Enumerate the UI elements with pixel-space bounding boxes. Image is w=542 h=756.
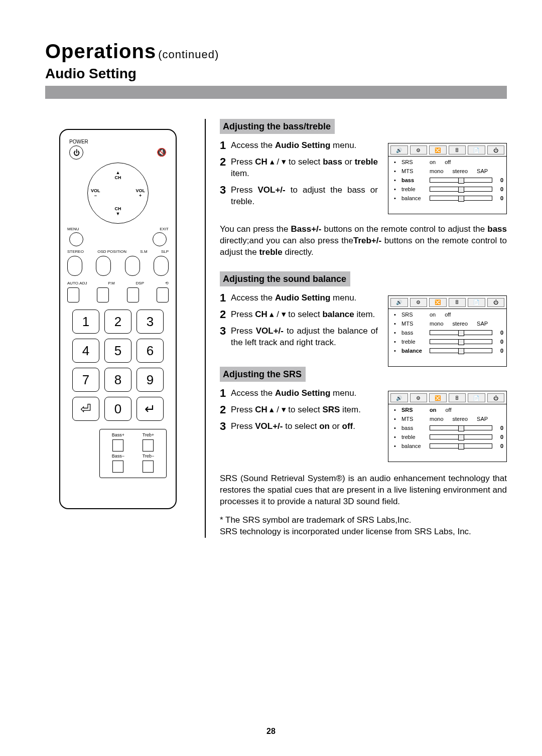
trademark-note: * The SRS symbol are trademark of SRS La…: [220, 515, 507, 538]
key-3[interactable]: 3: [137, 310, 164, 334]
loop-button[interactable]: [157, 287, 169, 303]
autoadj-button[interactable]: [67, 287, 79, 303]
dpad[interactable]: ▲CH CH▼ VOL− VOL+: [87, 163, 149, 224]
power-label: POWER: [69, 139, 171, 144]
instruction-step: 2Press CH ▴ / ▾ to select SRS item.: [220, 404, 378, 416]
key-enter[interactable]: ↵: [137, 397, 164, 421]
key-6[interactable]: 6: [137, 339, 164, 363]
vol-plus[interactable]: VOL+: [136, 188, 145, 198]
instruction-step: 1Access the Audio Setting menu.: [220, 388, 378, 399]
bass-minus[interactable]: [112, 461, 123, 473]
osd-panel: 🔊⚙🔀🎚📄⏻•SRSonoff•MTSmonostereoSAP•bass0•t…: [388, 143, 507, 214]
dsp-button[interactable]: [127, 287, 139, 303]
key-5[interactable]: 5: [104, 339, 131, 363]
page-title: Operations(continued): [45, 40, 507, 63]
osd-position-button[interactable]: [96, 256, 111, 276]
instruction-step: 2Press CH ▴ / ▾ to select bass or treble…: [220, 157, 378, 180]
instruction-step: 2Press CH ▴ / ▾ to select balance item.: [220, 309, 378, 321]
section-footer: SRS (Sound Retrieval System®) is an audi…: [220, 473, 507, 508]
bass-plus[interactable]: [112, 439, 123, 451]
menu-button[interactable]: [69, 232, 83, 246]
treb-minus[interactable]: [143, 461, 154, 473]
row2-labels: AUTO.ADJP.MDSP⟲: [67, 281, 169, 285]
key-8[interactable]: 8: [104, 368, 131, 392]
section-heading: Adjusting the sound balance: [220, 271, 350, 286]
osd-panel: 🔊⚙🔀🎚📄⏻•SRSonoff•MTSmonostereoSAP•bass0•t…: [388, 391, 507, 462]
content-column: Adjusting the bass/treble1Access the Aud…: [220, 119, 507, 538]
instruction-step: 3Press VOL+/- to adjust the bass or treb…: [220, 185, 378, 208]
key-9[interactable]: 9: [137, 368, 164, 392]
stereo-button[interactable]: [67, 256, 82, 276]
key-7[interactable]: 7: [72, 368, 99, 392]
instruction-step: 1Access the Audio Setting menu.: [220, 140, 378, 152]
instruction-step: 3Press VOL+/- to select on or off.: [220, 421, 378, 432]
treb-plus[interactable]: [143, 439, 154, 451]
osd-panel: 🔊⚙🔀🎚📄⏻•SRSonoff•MTSmonostereoSAP•bass0•t…: [388, 295, 507, 367]
mute-icon[interactable]: 🔇: [157, 147, 167, 157]
key-2[interactable]: 2: [104, 310, 131, 334]
remote-column: POWER ⏻ 🔇 ▲CH CH▼ VOL− VOL+ MENUEXIT STE…: [45, 119, 191, 538]
page-number: 28: [266, 727, 276, 736]
header-bar: [45, 86, 507, 99]
section-heading: Adjusting the SRS: [220, 367, 306, 382]
key-return[interactable]: ⏎: [72, 397, 99, 421]
sm-button[interactable]: [125, 256, 140, 276]
instruction-step: 3Press VOL+/- to adjust the balance of t…: [220, 326, 378, 349]
remote-control: POWER ⏻ 🔇 ▲CH CH▼ VOL− VOL+ MENUEXIT STE…: [59, 129, 177, 509]
vol-minus[interactable]: VOL−: [91, 188, 100, 198]
keypad: 1 2 3 4 5 6 7 8 9 ⏎ 0 ↵: [72, 310, 164, 421]
column-divider: [205, 119, 206, 538]
instruction-step: 1Access the Audio Setting menu.: [220, 292, 378, 304]
slp-button[interactable]: [154, 256, 169, 276]
key-0[interactable]: 0: [104, 397, 131, 421]
key-1[interactable]: 1: [72, 310, 99, 334]
section-heading: Adjusting the bass/treble: [220, 119, 335, 134]
tone-buttons: Bass+Treb+ Bass−Treb−: [99, 429, 167, 478]
pm-button[interactable]: [97, 287, 109, 303]
section-note: You can press the Bass+/- buttons on the…: [220, 224, 507, 258]
row1-labels: STEREOOSD POSITIONS.MSLP: [67, 249, 169, 254]
power-button[interactable]: ⏻: [69, 145, 83, 160]
exit-button[interactable]: [153, 232, 167, 246]
key-4[interactable]: 4: [72, 339, 99, 363]
page-subtitle: Audio Setting: [45, 66, 507, 82]
